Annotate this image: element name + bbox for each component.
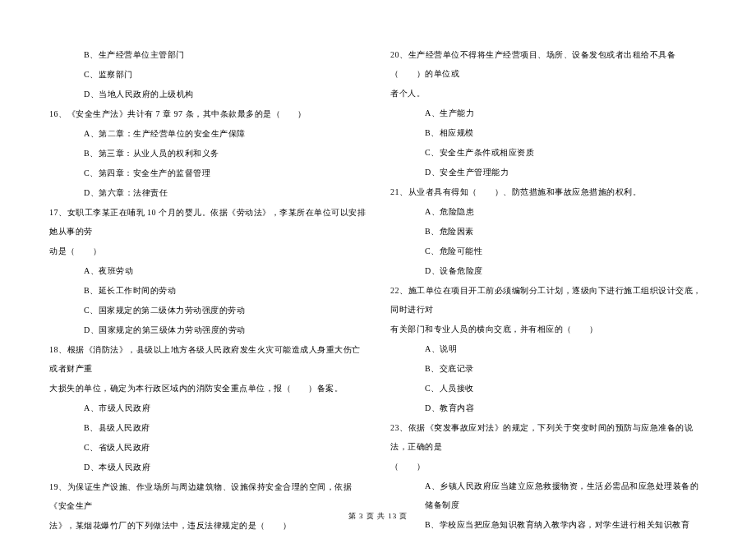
- q16-option-c: C、第四章：安全生产的监督管理: [49, 163, 366, 182]
- q20-option-a: A、生产能力: [390, 104, 707, 122]
- q23-stem-2: （ ）: [390, 457, 707, 476]
- q21-stem: 21、从业者具有得知（ ）、防范措施和事故应急措施的权利。: [390, 182, 707, 201]
- q18-option-a: A、市级人民政府: [49, 398, 366, 417]
- page-footer: 第 3 页 共 13 页: [0, 511, 756, 522]
- q22-option-b: B、交底记录: [390, 359, 707, 378]
- q20-option-d: D、安全生产管理能力: [390, 163, 707, 182]
- q15-option-d: D、当地人民政府的上级机构: [49, 85, 366, 104]
- q18-option-c: C、省级人民政府: [49, 438, 366, 457]
- q17-option-d: D、国家规定的第三级体力劳动强度的劳动: [49, 320, 366, 339]
- q19-stem-1: 19、为保证生产设施、作业场所与周边建筑物、设施保持安全合理的空间，依据《安全生…: [49, 477, 366, 515]
- q17-option-a: A、夜班劳动: [49, 261, 366, 280]
- q17-option-b: B、延长工作时间的劳动: [49, 281, 366, 300]
- left-column: B、生产经营单位主管部门 C、监察部门 D、当地人民政府的上级机构 16、《安全…: [49, 45, 366, 505]
- q20-option-b: B、相应规模: [390, 123, 707, 142]
- q16-stem: 16、《安全生产法》共计有 7 章 97 条，其中条款最多的是（ ）: [49, 104, 366, 123]
- q20-stem-2: 者个人。: [390, 84, 707, 103]
- q16-option-b: B、第三章：从业人员的权利和义务: [49, 144, 366, 163]
- q15-option-c: C、监察部门: [49, 65, 366, 84]
- q17-stem-1: 17、女职工李某正在哺乳 10 个月的婴儿。依据《劳动法》，李某所在单位可以安排…: [49, 203, 366, 241]
- q21-option-c: C、危险可能性: [390, 242, 707, 260]
- q23-option-a: A、乡镇人民政府应当建立应急救援物资，生活必需品和应急处理装备的储备制度: [390, 476, 707, 514]
- q18-option-b: B、县级人民政府: [49, 418, 366, 437]
- q16-option-d: D、第六章：法律责任: [49, 183, 366, 202]
- q21-option-d: D、设备危险度: [390, 261, 707, 280]
- q21-option-b: B、危险因素: [390, 222, 707, 241]
- q17-option-c: C、国家规定的第二级体力劳动强度的劳动: [49, 301, 366, 320]
- q18-stem-1: 18、根据《消防法》，县级以上地方各级人民政府发生火灾可能造成人身重大伤亡或者财…: [49, 340, 366, 378]
- q22-stem-1: 22、施工单位在项目开工前必须编制分工计划，逐级向下进行施工组织设计交底，同时进…: [390, 281, 707, 319]
- right-column: 20、生产经营单位不得将生产经营项目、场所、设备发包或者出租给不具备（ ）的单位…: [390, 45, 707, 505]
- q22-stem-2: 有关部门和专业人员的横向交底，并有相应的（ ）: [390, 320, 707, 338]
- q17-stem-2: 动是（ ）: [49, 242, 366, 260]
- q20-option-c: C、安全生产条件或相应资质: [390, 143, 707, 162]
- q21-option-a: A、危险隐患: [390, 202, 707, 221]
- q20-stem-1: 20、生产经营单位不得将生产经营项目、场所、设备发包或者出租给不具备（ ）的单位…: [390, 45, 707, 83]
- q22-option-d: D、教育内容: [390, 398, 707, 417]
- q16-option-a: A、第二章：生产经营单位的安全生产保障: [49, 124, 366, 143]
- q15-option-b: B、生产经营单位主管部门: [49, 45, 366, 64]
- q22-option-a: A、说明: [390, 339, 707, 358]
- page-container: B、生产经营单位主管部门 C、监察部门 D、当地人民政府的上级机构 16、《安全…: [49, 45, 707, 505]
- q18-stem-2: 大损失的单位，确定为本行政区域内的消防安全重点单位，报（ ）备案。: [49, 379, 366, 398]
- q22-option-c: C、人员接收: [390, 379, 707, 398]
- q23-stem-1: 23、依据《突发事故应对法》的规定，下列关于突变时间的预防与应急准备的说法，正确…: [390, 418, 707, 456]
- q18-option-d: D、本级人民政府: [49, 458, 366, 476]
